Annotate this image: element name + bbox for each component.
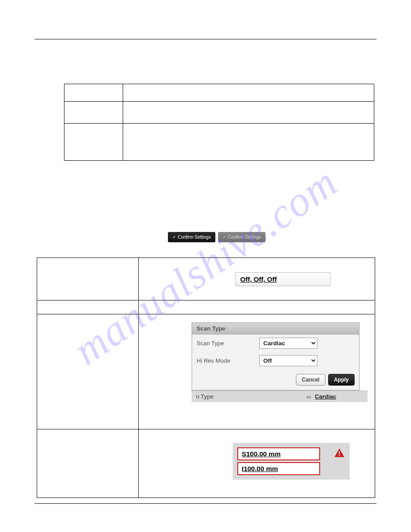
apply-button[interactable]: Apply xyxy=(328,374,355,386)
table-row: Off, Off, Off xyxy=(37,258,375,300)
table-1 xyxy=(64,84,374,161)
table-row xyxy=(37,300,375,314)
scan-type-select[interactable]: Cardiac xyxy=(259,338,317,349)
table-2: Off, Off, Off Scan Type Scan Type xyxy=(37,257,375,498)
end-position-field[interactable]: I100.00 mm xyxy=(237,462,320,475)
scan-type-label: Scan Type xyxy=(197,340,259,347)
cancel-button[interactable]: Cancel xyxy=(296,374,325,386)
table-row xyxy=(64,84,374,102)
confirm-settings-button[interactable]: ✓ Confirm Settings xyxy=(168,232,215,242)
warning-icon xyxy=(334,447,345,461)
strip-label: n Type xyxy=(196,393,214,400)
confirm-settings-disabled-label: Confirm Settings xyxy=(228,235,261,240)
confirm-settings-button-disabled: ✓ Confirm Settings xyxy=(218,232,265,242)
ecg-sync-field[interactable]: Off, Off, Off xyxy=(235,272,330,286)
table-row xyxy=(64,124,374,161)
svg-rect-1 xyxy=(339,455,340,456)
start-position-field[interactable]: S100.00 mm xyxy=(237,447,320,460)
table-row: S100.00 mm I100.00 mm xyxy=(37,429,375,498)
range-panel: S100.00 mm I100.00 mm xyxy=(233,443,350,480)
scan-type-dialog: Scan Type Scan Type Cardiac Hi Res Mode xyxy=(192,322,360,390)
dialog-title: Scan Type xyxy=(192,323,359,335)
hi-res-mode-select[interactable]: Off xyxy=(259,355,317,366)
button-row: ✓ Confirm Settings ✓ Confirm Settings xyxy=(168,232,265,242)
link-icon: ▭ xyxy=(306,394,311,399)
confirm-settings-label: Confirm Settings xyxy=(178,235,211,240)
table-row xyxy=(64,102,374,124)
table-row: Scan Type Scan Type Cardiac Hi Res Mode xyxy=(37,314,375,429)
strip-value: Cardiac xyxy=(315,393,336,400)
svg-rect-0 xyxy=(339,451,340,455)
scan-type-strip: n Type ▭ Cardiac xyxy=(192,390,368,402)
check-icon: ✓ xyxy=(172,235,176,240)
check-icon: ✓ xyxy=(223,235,226,240)
hi-res-mode-label: Hi Res Mode xyxy=(197,357,259,364)
